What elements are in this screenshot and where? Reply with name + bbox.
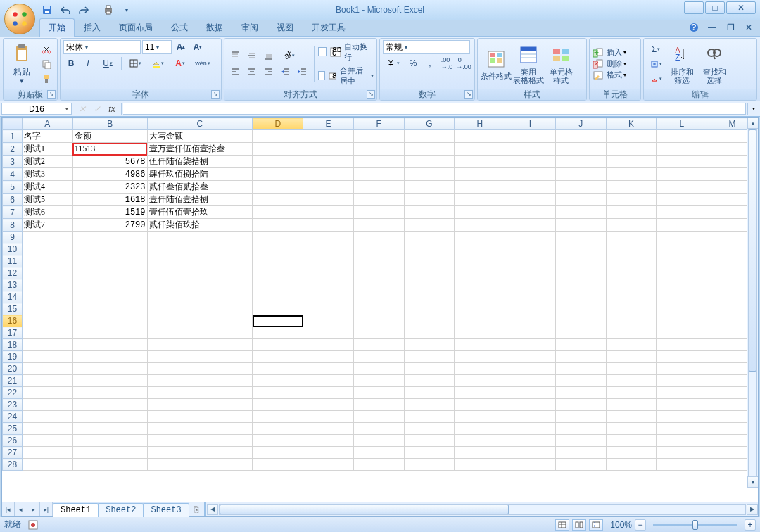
cell-L25[interactable] (657, 423, 707, 435)
cell-A22[interactable] (22, 387, 72, 399)
cell-G28[interactable] (404, 459, 455, 471)
cell-H7[interactable] (455, 206, 505, 219)
cell-G20[interactable] (404, 363, 455, 375)
row-header-9[interactable]: 9 (3, 232, 23, 243)
hscroll-thumb[interactable] (220, 505, 509, 514)
merge-center-button[interactable]: a合并后居中 ▾ (318, 65, 374, 87)
ribbon-tab-6[interactable]: 视图 (267, 18, 303, 36)
cell-F2[interactable] (353, 143, 404, 156)
cell-L26[interactable] (657, 435, 707, 447)
cell-C4[interactable]: 肆仟玖佰捌拾陆 (147, 168, 253, 181)
cell-B28[interactable] (72, 459, 147, 471)
cell-styles-button[interactable]: 单元格 样式 (545, 41, 576, 87)
fill-color-button[interactable] (147, 56, 168, 70)
sheet-tab-Sheet2[interactable]: Sheet2 (98, 503, 144, 517)
cell-I12[interactable] (505, 267, 556, 279)
row-header-28[interactable]: 28 (3, 459, 23, 471)
increase-indent-icon[interactable] (295, 65, 310, 79)
cell-B21[interactable] (72, 375, 147, 387)
cell-E21[interactable] (303, 375, 354, 387)
row-header-23[interactable]: 23 (3, 399, 23, 411)
scroll-right-button[interactable]: ▶ (747, 504, 758, 515)
cell-I3[interactable] (505, 156, 556, 168)
help-icon[interactable]: ? (688, 22, 699, 33)
cell-A12[interactable] (22, 267, 72, 279)
scroll-up-button[interactable]: ▲ (747, 118, 758, 129)
cell-E7[interactable] (303, 206, 354, 219)
enter-formula-icon[interactable]: ✓ (91, 103, 103, 115)
cell-D9[interactable] (253, 232, 303, 243)
decrease-indent-icon[interactable] (278, 65, 293, 79)
cell-I14[interactable] (505, 291, 556, 303)
font-name-select[interactable]: 宋体 (63, 40, 141, 54)
align-center-icon[interactable] (244, 65, 260, 79)
cell-K1[interactable] (606, 130, 657, 143)
cell-D19[interactable] (253, 351, 303, 363)
cell-G19[interactable] (404, 351, 455, 363)
cell-E19[interactable] (303, 351, 354, 363)
cell-E16[interactable] (303, 315, 354, 327)
cell-L10[interactable] (657, 243, 707, 255)
row-header-8[interactable]: 8 (3, 219, 23, 232)
cell-E28[interactable] (303, 459, 354, 471)
normal-view-button[interactable] (555, 519, 569, 531)
cell-D10[interactable] (253, 243, 303, 255)
cell-D3[interactable] (253, 156, 303, 168)
cell-A11[interactable] (22, 255, 72, 267)
cell-G27[interactable] (404, 447, 455, 459)
cell-I7[interactable] (505, 206, 556, 219)
cell-L2[interactable] (657, 143, 707, 156)
cell-K7[interactable] (606, 206, 657, 219)
cell-J25[interactable] (555, 423, 606, 435)
row-header-20[interactable]: 20 (3, 363, 23, 375)
cell-C15[interactable] (147, 303, 253, 315)
cell-F16[interactable] (353, 315, 404, 327)
cell-J14[interactable] (555, 291, 606, 303)
cell-K22[interactable] (606, 387, 657, 399)
zoom-in-button[interactable]: + (745, 519, 756, 531)
cell-J20[interactable] (555, 363, 606, 375)
cell-A24[interactable] (22, 411, 72, 423)
cell-H28[interactable] (455, 459, 505, 471)
cell-I28[interactable] (505, 459, 556, 471)
cell-F28[interactable] (353, 459, 404, 471)
cell-D6[interactable] (253, 194, 303, 206)
cell-E5[interactable] (303, 181, 354, 194)
cell-K3[interactable] (606, 156, 657, 168)
cell-B11[interactable] (72, 255, 147, 267)
sheet-tab-Sheet1[interactable]: Sheet1 (53, 503, 99, 517)
cell-L12[interactable] (657, 267, 707, 279)
cell-L11[interactable] (657, 255, 707, 267)
cell-H9[interactable] (455, 232, 505, 243)
cell-K19[interactable] (606, 351, 657, 363)
decrease-decimal-icon[interactable]: .0→.00 (456, 56, 471, 70)
cell-F1[interactable] (353, 130, 404, 143)
cell-J9[interactable] (555, 232, 606, 243)
cell-J5[interactable] (555, 181, 606, 194)
cell-G24[interactable] (404, 411, 455, 423)
vscroll-thumb[interactable] (749, 129, 756, 372)
cell-B18[interactable] (72, 339, 147, 351)
cell-L9[interactable] (657, 232, 707, 243)
cell-H10[interactable] (455, 243, 505, 255)
cell-E12[interactable] (303, 267, 354, 279)
sort-filter-button[interactable]: AZ 排序和 筛选 (666, 41, 697, 87)
cell-E8[interactable] (303, 219, 354, 232)
cell-A14[interactable] (22, 291, 72, 303)
format-cells-button[interactable]: 格式 ▾ (593, 70, 626, 80)
cell-L28[interactable] (657, 459, 707, 471)
cell-G7[interactable] (404, 206, 455, 219)
sheet-tab-Sheet3[interactable]: Sheet3 (143, 503, 189, 517)
select-all-corner[interactable] (3, 118, 23, 130)
new-sheet-button[interactable]: ⎘ (189, 502, 204, 516)
cell-B25[interactable] (72, 423, 147, 435)
col-header-C[interactable]: C (147, 118, 253, 130)
cell-G6[interactable] (404, 194, 455, 206)
doc-restore-button[interactable]: ❐ (725, 22, 736, 33)
cell-E27[interactable] (303, 447, 354, 459)
doc-close-button[interactable]: ✕ (743, 22, 754, 33)
cell-A17[interactable] (22, 327, 72, 339)
find-select-button[interactable]: 查找和 选择 (699, 41, 730, 87)
cell-H18[interactable] (455, 339, 505, 351)
col-header-L[interactable]: L (657, 118, 707, 130)
